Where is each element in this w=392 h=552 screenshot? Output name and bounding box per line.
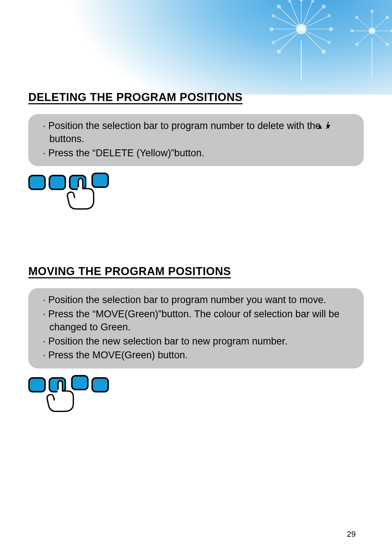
svg-rect-50 bbox=[72, 376, 88, 390]
button-press-illustration-delete bbox=[28, 173, 364, 214]
button-press-illustration-move bbox=[28, 375, 364, 416]
section-heading-delete: DELETING THE PROGRAM POSITIONS bbox=[28, 91, 364, 104]
instruction-box-delete: · Position the selection bar to program … bbox=[28, 114, 364, 166]
instruction-text: · Press the “DELETE (Yellow)”button. bbox=[43, 148, 204, 158]
instruction-text: · Position the selection bar to program … bbox=[43, 294, 326, 305]
svg-rect-51 bbox=[92, 378, 108, 392]
svg-rect-45 bbox=[49, 176, 65, 189]
instruction-text: · Position the selection bar to program … bbox=[43, 120, 320, 131]
page-number: 29 bbox=[347, 529, 356, 539]
instruction-text: · Position the new selection bar to new … bbox=[43, 336, 287, 347]
svg-rect-48 bbox=[29, 378, 45, 392]
instruction-line: · Position the new selection bar to new … bbox=[43, 335, 356, 348]
instruction-box-move: · Position the selection bar to program … bbox=[28, 288, 364, 368]
svg-rect-47 bbox=[92, 173, 108, 187]
instruction-text: buttons. bbox=[49, 133, 84, 144]
section-heading-move: MOVING THE PROGRAM POSITIONS bbox=[28, 265, 364, 278]
instruction-line: · Position the selection bar to program … bbox=[43, 119, 356, 146]
instruction-text: · Press the MOVE(Green) button. bbox=[43, 350, 188, 360]
instruction-line: · Press the MOVE(Green) button. bbox=[43, 348, 356, 362]
instruction-line: · Press the “DELETE (Yellow)”button. bbox=[43, 146, 356, 160]
instruction-text: · Press the “MOVE(Green)”button. The col… bbox=[43, 309, 339, 333]
instruction-line: · Position the selection bar to program … bbox=[43, 293, 356, 306]
page-content: DELETING THE PROGRAM POSITIONS · Positio… bbox=[0, 0, 392, 416]
svg-rect-44 bbox=[29, 176, 45, 189]
instruction-line: · Press the “MOVE(Green)”button. The col… bbox=[43, 307, 356, 334]
